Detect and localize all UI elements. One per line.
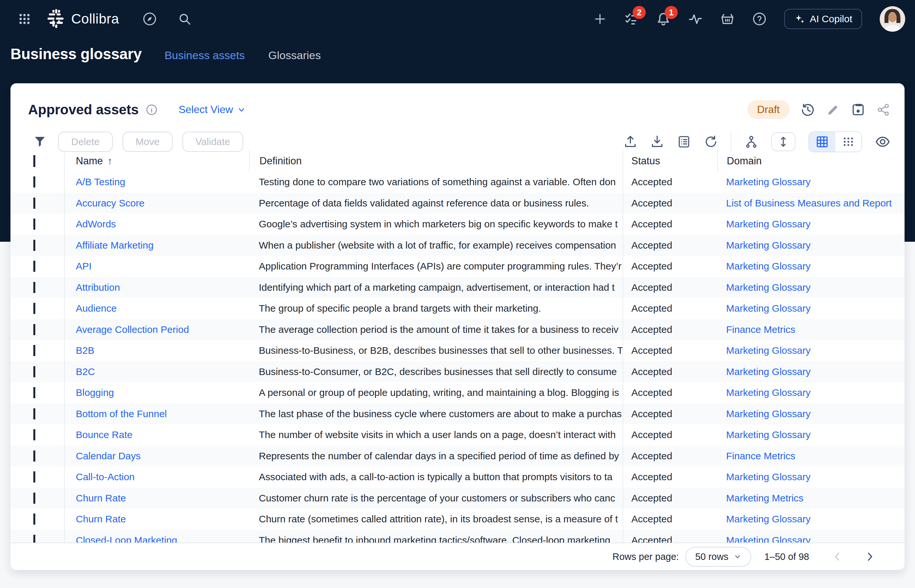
row-checkbox[interactable] [33,493,35,504]
asset-domain-link[interactable]: Marketing Glossary [726,366,810,377]
row-checkbox[interactable] [33,514,35,525]
asset-domain-link[interactable]: Marketing Glossary [726,282,810,293]
asset-domain-link[interactable]: Marketing Glossary [726,429,810,440]
filter-icon[interactable] [33,135,47,148]
share-icon[interactable] [876,103,890,116]
pencil-icon[interactable] [826,103,840,116]
asset-domain-link[interactable]: Marketing Glossary [726,387,810,398]
basket-icon[interactable] [720,12,735,26]
save-icon[interactable] [851,103,865,117]
asset-name-link[interactable]: B2B [76,345,94,356]
eye-icon[interactable] [875,134,890,149]
tab-business-assets[interactable]: Business assets [164,49,245,62]
asset-name-link[interactable]: AdWords [76,218,116,229]
previous-page-button[interactable] [830,549,844,564]
apps-grid-icon[interactable] [18,13,31,25]
view-toggle [808,131,862,152]
compass-icon[interactable] [142,12,157,26]
asset-name-link[interactable]: B2C [76,366,95,377]
asset-domain-link[interactable]: Finance Metrics [726,451,795,461]
tab-glossaries[interactable]: Glossaries [268,49,321,62]
asset-name-link[interactable]: Accuracy Score [76,198,144,208]
tile-view-icon[interactable] [835,132,862,152]
table-row: B2B Business-to-Business, or B2B, descri… [10,340,905,361]
asset-name-link[interactable]: Bounce Rate [76,429,133,440]
asset-domain-link[interactable]: Marketing Glossary [726,176,810,187]
row-checkbox[interactable] [33,535,35,543]
row-checkbox[interactable] [33,429,35,440]
asset-name-link[interactable]: Closed-Loop Marketing [76,535,177,543]
column-header-name[interactable]: Name ↑ [76,155,249,167]
validate-button[interactable]: Validate [182,132,243,152]
asset-domain-link[interactable]: Marketing Glossary [726,303,810,313]
column-header-definition[interactable]: Definition [249,150,622,171]
row-checkbox[interactable] [33,408,35,420]
row-checkbox[interactable] [33,366,35,377]
table-view-icon[interactable] [809,132,835,152]
row-checkbox[interactable] [33,240,35,251]
hierarchy-icon[interactable] [744,135,758,149]
asset-name-link[interactable]: Attribution [76,282,120,293]
row-checkbox[interactable] [33,198,35,209]
tasks-icon[interactable]: 2 [624,12,639,26]
column-header-domain[interactable]: Domain [717,150,905,171]
refresh-icon[interactable] [704,135,718,149]
row-checkbox[interactable] [33,282,35,293]
asset-domain-link[interactable]: List of Business Measures and Report [726,198,892,208]
row-checkbox[interactable] [33,176,35,187]
collibra-logo[interactable] [46,9,66,29]
row-checkbox[interactable] [33,387,35,398]
asset-domain-link[interactable]: Marketing Glossary [726,408,810,419]
delete-button[interactable]: Delete [58,132,113,152]
avatar[interactable] [880,6,905,32]
select-view-dropdown[interactable]: Select View [178,103,246,116]
move-button[interactable]: Move [123,132,173,152]
asset-name-link[interactable]: Bottom of the Funnel [76,408,167,419]
bell-icon[interactable]: 1 [656,12,671,26]
asset-domain-link[interactable]: Marketing Glossary [726,514,810,524]
chevron-down-icon [734,553,742,561]
row-checkbox[interactable] [33,303,35,314]
table-row: Accuracy Score Percentage of data fields… [10,193,905,214]
row-checkbox[interactable] [33,218,35,229]
asset-name-link[interactable]: A/B Testing [76,176,125,187]
help-icon[interactable] [752,12,767,26]
row-checkbox[interactable] [33,324,35,335]
asset-domain-link[interactable]: Marketing Glossary [726,535,810,543]
row-height-icon[interactable] [771,132,795,151]
row-checkbox[interactable] [33,261,35,272]
asset-domain-link[interactable]: Finance Metrics [726,324,795,335]
download-icon[interactable] [650,135,664,149]
asset-domain-link[interactable]: Marketing Metrics [726,493,803,503]
rows-per-page-select[interactable]: 50 rows [685,547,751,567]
asset-name-link[interactable]: Calendar Days [76,451,141,461]
asset-name-link[interactable]: Affiliate Marketing [76,240,154,250]
table-row: Attribution Identifying which part of a … [10,277,905,298]
row-checkbox[interactable] [33,451,35,462]
select-all-checkbox[interactable] [33,155,35,167]
asset-domain-link[interactable]: Marketing Glossary [726,345,810,356]
asset-domain-link[interactable]: Marketing Glossary [726,261,810,271]
history-icon[interactable] [800,103,815,117]
asset-domain-link[interactable]: Marketing Glossary [726,240,810,250]
asset-name-link[interactable]: Churn Rate [76,514,126,524]
next-page-button[interactable] [863,549,877,564]
asset-name-link[interactable]: API [76,261,92,271]
asset-domain-link[interactable]: Marketing Glossary [726,218,810,229]
activity-icon[interactable] [688,12,703,26]
row-checkbox[interactable] [33,345,35,356]
asset-domain-link[interactable]: Marketing Glossary [726,472,810,482]
search-icon[interactable] [178,12,191,26]
plus-icon[interactable] [593,13,606,26]
asset-name-link[interactable]: Churn Rate [76,493,126,503]
asset-name-link[interactable]: Blogging [76,387,114,398]
upload-icon[interactable] [624,135,637,149]
asset-name-link[interactable]: Audience [76,303,116,313]
column-header-status[interactable]: Status [622,155,717,167]
asset-name-link[interactable]: Average Collection Period [76,324,189,335]
row-checkbox[interactable] [33,472,35,483]
form-icon[interactable] [677,135,691,149]
ai-copilot-button[interactable]: AI Copilot [784,9,862,29]
asset-name-link[interactable]: Call-to-Action [76,472,135,482]
info-icon[interactable] [146,104,157,116]
